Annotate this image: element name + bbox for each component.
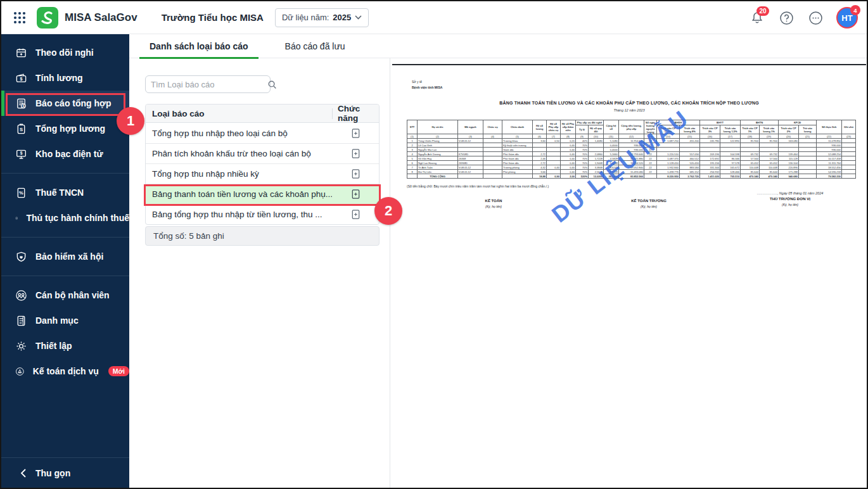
create-report-button[interactable] [332,168,379,179]
column-header-type: Loại báo cáo [146,109,332,118]
tax-admin-icon [15,212,18,224]
insurance-icon [15,251,27,263]
data-year-dropdown[interactable]: Dữ liệu năm: 2025 [275,8,369,27]
report-row-3[interactable]: Tổng hợp thu nhập nhiều kỳ [146,163,379,184]
misa-logo-icon [37,7,58,29]
svg-text:$: $ [22,104,24,108]
treasury-icon: $ [15,148,27,160]
tab-danh-sach-loai-bao-cao[interactable]: Danh sách loại báo cáo [139,34,258,58]
chevron-left-icon [20,469,27,478]
report-data-row: 3Nguyễn Mai LanGiám đốc0,4070%0,4000936.… [407,148,856,152]
signature-thu-truong: THỦ TRƯỞNG ĐƠN VỊ (Ký, họ tên) [739,197,841,206]
notification-count-badge: 20 [756,6,769,16]
report-subtitle: Tháng 12 năm 2023 [405,108,853,112]
annotation-step-2-badge: 2 [374,197,402,225]
issuing-unit: Sở y tế Bệnh viện tỉnh MISA [412,79,442,90]
create-report-button[interactable] [332,128,379,139]
amount-in-words: (Số tiền bằng chữ: Bảy mươi chín triệu n… [407,184,549,188]
create-report-button[interactable] [332,148,379,159]
accounting-service-icon [15,365,25,378]
svg-text:%: % [19,190,23,196]
app-title: MISA SalaGov [65,11,137,24]
sidebar-item-ke-toan-dich-vu[interactable]: Kế toán dịch vụ Mới [1,359,129,384]
sidebar-item-tinh-luong[interactable]: $ Tính lương [1,65,129,91]
new-badge: Mới [108,366,129,376]
svg-text:S: S [20,126,23,132]
sidebar-item-label: Tính lương [35,73,83,83]
sidebar-collapse-button[interactable]: Thu gọn [1,457,129,488]
report-row-label: Phân tích khoản khấu trừ theo loại cán b… [146,149,332,158]
chevron-down-icon [355,15,362,20]
svg-text:$: $ [20,77,23,82]
sidebar-item-bao-cao-tong-hop[interactable]: $ Báo cáo tổng hợp [1,91,129,116]
table-header: Loại báo cáo Chức năng [146,105,379,123]
avatar-count-badge: 4 [850,5,860,15]
tab-label: Danh sách loại báo cáo [150,41,248,51]
year-value: 2025 [333,13,351,22]
file-plus-icon [350,168,361,179]
calendar-leave-icon [15,47,27,59]
report-document: Sở y tế Bệnh viện tỉnh MISA BẢNG THANH T… [392,65,866,488]
sidebar-item-thu-tuc-hanh-chinh-thue[interactable]: Thủ tục hành chính thuế [1,205,129,231]
user-avatar[interactable]: HT 4 [836,7,858,29]
file-plus-icon [350,148,361,159]
report-data-row: 7Trì Anh TuấnV.08.05.12Trưởng phòng4,320… [407,165,856,170]
sidebar-item-label: Kho bạc điện tử [35,149,103,159]
report-data-row: 8Bùi Thị LiênV.08.05.12Phó phòng3,660,40… [407,170,856,174]
sidebar-divider [1,276,129,276]
help-button[interactable] [778,10,795,26]
sidebar-item-tong-hop-luong[interactable]: S Tổng hợp lương [1,116,129,141]
report-row-2[interactable]: Phân tích khoản khấu trừ theo loại cán b… [146,143,379,163]
sidebar-item-thue-tncn[interactable]: % Thuế TNCN [1,180,129,205]
report-row-1[interactable]: Tổng hợp thu nhập theo loại cán bộ [146,123,379,143]
report-row-4-selected[interactable]: Bảng thanh toán tiền lương và các khoản … [146,184,379,204]
salary-icon: $ [15,72,27,84]
sidebar-item-label: Thủ tục hành chính thuế [26,213,129,223]
category-icon [15,315,27,327]
report-data-row: 6Ngô Lan Hương26968DPhó Giám đốc2,720,40… [407,161,856,165]
report-total-row: TỔNG CỘNG18,880,902,00520%12,020036,1300… [407,174,856,179]
sidebar-item-can-bo-nhan-vien[interactable]: Cán bộ nhân viên [1,283,129,308]
question-icon [779,11,794,25]
create-report-button[interactable] [332,209,379,220]
sidebar-divider [1,173,129,174]
avatar-initials: HT [841,13,852,23]
preview-report-table: STTHọ và tênMã ngạchChức vụChức danhHệ s… [407,120,856,179]
sidebar-item-danh-muc[interactable]: Danh mục [1,308,129,333]
sidebar-item-label: Thiết lập [35,341,72,351]
report-title: BẢNG THANH TOÁN TIỀN LƯƠNG VÀ CÁC KHOẢN … [405,101,853,105]
ellipsis-icon [808,11,823,25]
notifications-button[interactable]: 20 [749,10,765,26]
search-icon[interactable] [267,80,277,89]
search-input[interactable] [146,80,267,89]
tab-bao-cao-da-luu[interactable]: Báo cáo đã lưu [275,34,355,58]
gear-icon [15,340,27,352]
report-data-row: 2Lê Cao VinhKỹ thuật viên trưởng0,4070%0… [407,143,856,148]
staff-icon [15,289,27,302]
table-footer-total: Tổng số: 5 bản ghi [145,226,380,246]
report-data-row: 5Vũ Văn Huy26368Phó Giám đốc2,460,4070%1… [407,156,856,161]
report-data-table-wrap: STTHọ và tênMã ngạchChức vụChức danhHệ s… [407,120,855,179]
sidebar-item-kho-bac-dien-tu[interactable]: $ Kho bạc điện tử [1,141,129,167]
report-row-label: Tổng hợp thu nhập nhiều kỳ [146,169,332,179]
collapse-label: Thu gọn [35,468,70,478]
top-bar: MISA SalaGov Trường Tiểu học MISA Dữ liệ… [1,1,867,34]
signature-date: ....................., Ngày 05 tháng 01 … [722,191,858,195]
report-search [145,75,271,93]
sidebar-item-theo-doi-nghi[interactable]: Theo dõi nghỉ [1,40,129,65]
app-grid-icon[interactable] [11,10,28,26]
create-report-button[interactable] [332,189,379,200]
sidebar-item-label: Tổng hợp lương [35,124,105,134]
sidebar-item-label: Thuế TNCN [35,187,84,198]
sidebar-item-thiet-lap[interactable]: Thiết lập [1,333,129,359]
sidebar-item-bao-hiem-xa-hoi[interactable]: Bảo hiểm xã hội [1,244,129,269]
sidebar-item-label: Theo dõi nghỉ [35,48,94,58]
report-row-label: Tổng hợp thu nhập theo loại cán bộ [146,129,332,138]
report-row-5[interactable]: Bảng tổng hợp thu nhập từ tiền lương, th… [146,204,379,224]
sidebar: Theo dõi nghỉ $ Tính lương $ Báo cáo tổn… [1,34,129,488]
more-button[interactable] [807,10,824,26]
file-plus-icon [350,128,361,139]
sidebar-divider [1,237,129,238]
signature-ke-toan: KẾ TOÁN (Ký, họ tên) [459,199,528,208]
sidebar-item-label: Bảo hiểm xã hội [35,251,103,262]
